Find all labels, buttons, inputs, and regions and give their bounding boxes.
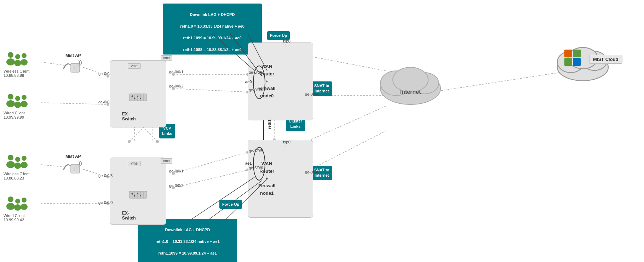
ae1-label: ae1 bbox=[245, 161, 252, 165]
top-tooltip-downlink: Downlink LAG + DHCPD reth1.0 = 10.33.33.… bbox=[163, 4, 262, 55]
svg-rect-83 bbox=[129, 191, 147, 198]
port-ge002-sw-top: ge-0/0/2 bbox=[169, 84, 183, 88]
tooltip-line1: reth1.0 = 10.33.33.1/24 native + ae0 bbox=[180, 24, 245, 28]
tooltip-line2: reth1.1099 = 10.99.99.1/24 + ae0 bbox=[183, 36, 241, 40]
port-ge001-bot: ge-0/0/1 bbox=[169, 169, 183, 173]
svg-line-105 bbox=[191, 177, 255, 220]
svg-point-96 bbox=[393, 67, 428, 92]
svg-line-19 bbox=[173, 170, 248, 188]
svg-line-34 bbox=[303, 106, 386, 143]
wireless-client-bottom: Wireless Client 10.88.88.23 bbox=[4, 152, 39, 180]
svg-line-16 bbox=[173, 152, 248, 173]
svg-point-60 bbox=[21, 162, 28, 168]
mist-cloud-label: MIST Cloud bbox=[589, 55, 622, 64]
svg-point-64 bbox=[14, 204, 21, 211]
svg-point-57 bbox=[15, 157, 20, 162]
svg-point-46 bbox=[14, 60, 21, 66]
svg-line-3 bbox=[41, 103, 108, 104]
svg-point-29 bbox=[156, 140, 159, 143]
svg-point-66 bbox=[21, 204, 28, 210]
svg-rect-73 bbox=[129, 94, 147, 101]
svg-point-56 bbox=[6, 161, 15, 168]
internet-cloud: Internet bbox=[375, 60, 446, 108]
network-diagram: Downlink LAG + DHCPD reth1.0 = 10.33.33.… bbox=[0, 0, 644, 262]
svg-point-58 bbox=[14, 163, 21, 169]
wired-client-bottom: Wired Client 10.99.99.42 bbox=[4, 194, 39, 222]
ex-switch-bottom-label: EX-Switch bbox=[122, 211, 136, 221]
ex-switch-bottom: vme bbox=[110, 158, 166, 225]
mist-ap-top: Mist AP bbox=[62, 53, 83, 77]
port-ge001-sw-top: ge-0/0/1 bbox=[169, 70, 183, 74]
tooltip-line3: reth1.1088 = 10.88.88.1/24 + ae0 bbox=[183, 47, 241, 52]
svg-point-51 bbox=[15, 96, 20, 101]
svg-point-54 bbox=[21, 101, 28, 107]
port-ge000-bot: ge-0/0/0 bbox=[98, 200, 113, 205]
svg-point-48 bbox=[21, 59, 28, 66]
bottom-tooltip-downlink: Downlink LAG + DHCPD reth1.0 = 10.33.33.… bbox=[138, 219, 237, 262]
svg-point-65 bbox=[22, 198, 27, 203]
ae0-label: ae0 bbox=[245, 80, 252, 84]
port-ge003-bot: ge-0/0/3 bbox=[98, 173, 113, 178]
extra-lines bbox=[0, 0, 644, 262]
svg-line-13 bbox=[173, 89, 248, 92]
svg-point-61 bbox=[8, 196, 13, 202]
ex-switch-top: vme bbox=[110, 60, 166, 127]
svg-point-49 bbox=[8, 94, 13, 99]
wired-client-top: Wired Client 10.99.99.99 bbox=[4, 91, 39, 119]
svg-point-44 bbox=[6, 58, 15, 66]
ae1-oval bbox=[253, 147, 265, 181]
svg-point-43 bbox=[8, 52, 13, 58]
port-ge000-wan0: ge-0/0/0 bbox=[305, 92, 319, 96]
svg-point-63 bbox=[15, 199, 20, 204]
port-ge002-bot: ge-0/0/2 bbox=[169, 183, 183, 188]
vme-top: vme bbox=[161, 56, 172, 60]
vme-bot: vme bbox=[161, 159, 172, 163]
svg-point-50 bbox=[6, 100, 15, 107]
svg-point-62 bbox=[6, 203, 15, 210]
svg-point-59 bbox=[22, 156, 27, 161]
fxp0-bot: fxp0 bbox=[283, 140, 291, 144]
mist-ap-bottom: Mist AP bbox=[62, 154, 83, 178]
connection-lines bbox=[0, 0, 644, 262]
fxp0-top: fxp0 bbox=[283, 39, 291, 43]
tooltip-title: Downlink LAG + DHCPD bbox=[190, 12, 235, 17]
reth1-label: reth1 bbox=[267, 120, 271, 129]
svg-line-38 bbox=[432, 73, 559, 92]
svg-point-47 bbox=[22, 53, 27, 58]
mist-cloud: MIST Cloud bbox=[554, 42, 612, 83]
wireless-client-top: Wireless Client 10.88.88.88 bbox=[4, 50, 39, 78]
tooltip-line1-bot: reth1.0 = 10.33.33.1/24 native + ae1 bbox=[155, 239, 220, 244]
tooltip-title-bot: Downlink LAG + DHCPD bbox=[165, 228, 210, 232]
svg-line-30 bbox=[303, 55, 386, 71]
ex-switch-top-label: EX-Switch bbox=[122, 112, 136, 121]
svg-text:Internet: Internet bbox=[400, 89, 421, 95]
port-ge000-wan1: ge-0/0/0 bbox=[305, 170, 319, 174]
ae0-oval bbox=[253, 66, 265, 99]
svg-point-52 bbox=[14, 102, 21, 108]
force-up-bottom: Force-Up bbox=[219, 200, 242, 209]
tooltip-line2-bot: reth1.1099 = 10.99.99.1/24 + ae1 bbox=[158, 251, 217, 255]
svg-point-45 bbox=[15, 54, 20, 59]
svg-point-53 bbox=[22, 95, 27, 100]
svg-point-55 bbox=[8, 155, 13, 160]
svg-point-28 bbox=[128, 140, 131, 143]
